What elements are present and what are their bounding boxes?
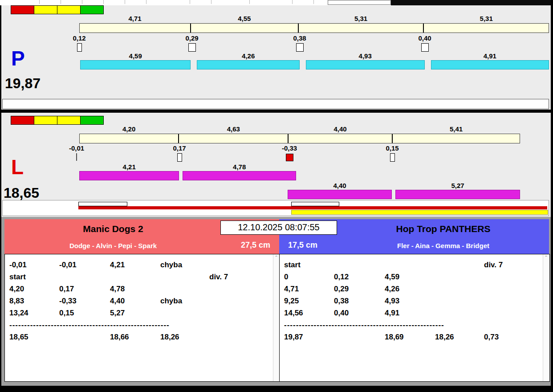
dog-time-bar: 4,21 bbox=[79, 171, 179, 180]
result-cell: 4,21 bbox=[110, 259, 160, 271]
result-cell bbox=[385, 259, 435, 271]
split-times-bar: 4,20 4,63 4,40 5,41 bbox=[79, 134, 520, 143]
right-results-table: start div. 7 0 0,12 4,59 4,71 0,29 4,26 bbox=[284, 259, 543, 343]
window-border-bottom bbox=[0, 386, 553, 392]
split-time-label: 4,63 bbox=[179, 125, 288, 133]
result-cell bbox=[160, 271, 209, 283]
toolbar-tick bbox=[61, 0, 61, 4]
result-cell: 4,20 bbox=[9, 283, 59, 295]
dog-time-label: 4,59 bbox=[81, 52, 190, 60]
team-right-results[interactable]: start div. 7 0 0,12 4,59 4,71 0,29 4,26 bbox=[279, 254, 550, 382]
crossing-marker-icon bbox=[177, 153, 182, 162]
table-row: -0,01 -0,01 4,21 chyba bbox=[9, 259, 268, 271]
split-time-label: 5,41 bbox=[393, 125, 520, 133]
left-results-table: -0,01 -0,01 4,21 chyba start div. 7 4,20… bbox=[9, 259, 268, 343]
table-row: 4,71 0,29 4,26 bbox=[284, 283, 543, 295]
result-cell bbox=[435, 295, 484, 307]
crossing-time-label: 0,40 bbox=[411, 34, 439, 42]
crossing-time-label: 0,17 bbox=[165, 144, 194, 152]
result-cell bbox=[484, 307, 543, 319]
result-cell: 9,25 bbox=[284, 295, 334, 307]
datetime-display: 12.10.2025 08:07:55 bbox=[220, 220, 337, 235]
result-cell bbox=[435, 271, 484, 283]
crossing-marker-icon bbox=[390, 153, 395, 162]
team-lineup: Fler - Aina - Gemma - Bridget bbox=[337, 242, 549, 249]
result-cell bbox=[435, 283, 484, 295]
toolbar-tick bbox=[249, 0, 250, 4]
result-cell bbox=[209, 331, 268, 343]
table-row: 0 0,12 4,59 bbox=[284, 271, 543, 283]
light-green-icon bbox=[80, 116, 104, 125]
table-row: 14,56 0,40 4,91 bbox=[284, 307, 543, 319]
result-cell bbox=[334, 331, 385, 343]
result-cell: 13,24 bbox=[9, 307, 59, 319]
split-segment: 5,31 bbox=[424, 24, 549, 33]
strip-marker-box bbox=[78, 202, 127, 206]
scrollbar[interactable]: ⌃ bbox=[273, 254, 280, 381]
lane-total-time: 18,65 bbox=[4, 186, 39, 200]
dog-time-bar: 4,78 bbox=[183, 171, 296, 180]
result-cell: 0,73 bbox=[484, 331, 543, 343]
crossing-marker-icon bbox=[421, 43, 429, 52]
result-cell: 4,59 bbox=[385, 271, 435, 283]
result-cell bbox=[160, 307, 209, 319]
result-cell bbox=[484, 271, 543, 283]
strip-marker-box bbox=[291, 202, 339, 206]
crossing-marker-group: 0,15 bbox=[378, 144, 407, 162]
result-cell: 18,26 bbox=[160, 331, 209, 343]
scroll-up-icon[interactable]: ⌃ bbox=[543, 254, 549, 261]
split-segment: 4,71 bbox=[80, 24, 191, 33]
scroll-up-icon[interactable]: ⌃ bbox=[273, 254, 279, 261]
result-cell: 14,56 bbox=[284, 307, 334, 319]
light-yellow-icon bbox=[34, 5, 57, 14]
separator-cell: ----------------------------------------… bbox=[9, 319, 268, 331]
table-row: start div. 7 bbox=[9, 271, 268, 283]
dog-time-label: 4,93 bbox=[306, 52, 424, 60]
dog-time-label: 4,26 bbox=[197, 52, 299, 60]
teams-section: Manic Dogs 2 Dodge - Alvin - Pepi - Spar… bbox=[1, 217, 551, 386]
toolbar-tick bbox=[125, 0, 125, 4]
toolbar-tick bbox=[211, 0, 211, 4]
team-name: Hop Trop PANTHERS bbox=[337, 224, 549, 234]
toolbar-tick bbox=[190, 0, 190, 4]
crossing-time-label: 0,12 bbox=[65, 34, 94, 42]
crossing-marker-group: 0,40 bbox=[411, 34, 439, 52]
totals-row: 19,87 18,69 18,26 0,73 bbox=[284, 331, 543, 343]
crossing-time-label: 0,29 bbox=[178, 34, 206, 42]
result-cell: chyba bbox=[160, 295, 209, 307]
result-cell: 18,69 bbox=[385, 331, 435, 343]
team-left-results[interactable]: -0,01 -0,01 4,21 chyba start div. 7 4,20… bbox=[4, 254, 280, 382]
crossing-marker-group: -0,01 bbox=[62, 144, 91, 161]
crossing-time-label: 0,15 bbox=[378, 144, 407, 152]
result-cell bbox=[209, 283, 268, 295]
result-cell bbox=[484, 295, 543, 307]
dog-time-bar: 5,27 bbox=[395, 190, 520, 199]
result-cell bbox=[435, 307, 484, 319]
crossing-marker-icon bbox=[188, 43, 196, 52]
result-cell: 4,71 bbox=[284, 283, 334, 295]
crossing-time-label: -0,33 bbox=[275, 144, 304, 152]
dog-time-bar: 4,26 bbox=[197, 60, 300, 69]
lane-label: P bbox=[11, 48, 25, 69]
scrollbar[interactable]: ⌃ bbox=[543, 254, 549, 381]
result-cell: start bbox=[284, 259, 334, 271]
result-cell: -0,01 bbox=[9, 259, 59, 271]
toolbar-tick bbox=[39, 0, 40, 4]
result-cell: 8,83 bbox=[9, 295, 59, 307]
toolbar-tick bbox=[146, 0, 146, 4]
team-name: Manic Dogs 2 bbox=[4, 224, 222, 234]
split-time-label: 5,31 bbox=[299, 15, 423, 22]
strip-yellow-bar bbox=[291, 210, 548, 215]
split-segment: 4,40 bbox=[289, 134, 393, 143]
result-cell: 4,40 bbox=[110, 295, 160, 307]
separator-row: ----------------------------------------… bbox=[284, 319, 543, 331]
crossing-marker-group: 0,29 bbox=[178, 34, 206, 52]
result-cell bbox=[334, 259, 385, 271]
result-cell: 0 bbox=[284, 271, 334, 283]
split-time-label: 4,40 bbox=[289, 125, 392, 133]
result-cell: div. 7 bbox=[484, 259, 543, 271]
split-time-label: 4,20 bbox=[80, 125, 178, 133]
split-time-label: 4,55 bbox=[191, 15, 298, 22]
dog-time-bar: 4,40 bbox=[288, 190, 392, 199]
jump-height: 17,5 cm bbox=[288, 241, 317, 250]
